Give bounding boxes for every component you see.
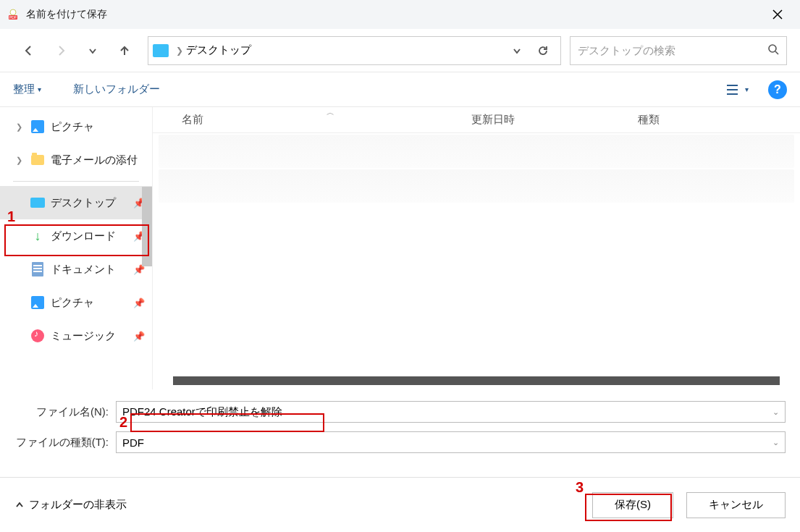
save-label: 保存(S) — [615, 498, 651, 512]
filename-row: ファイル名(N): PDF24 Creatorで印刷禁止を解除 ⌄ — [14, 398, 786, 426]
file-list: ︿ 名前 更新日時 種類 — [152, 107, 800, 389]
hide-folders-label: フォルダーの非表示 — [29, 498, 127, 512]
filetype-row: ファイルの種類(T): PDF ⌄ — [14, 428, 786, 456]
sort-indicator-icon: ︿ — [327, 107, 334, 118]
download-icon: ↓ — [30, 229, 45, 243]
cancel-button[interactable]: キャンセル — [686, 492, 786, 518]
location-icon — [153, 44, 169, 57]
forward-button[interactable] — [45, 35, 77, 67]
sidebar-item-downloads[interactable]: ↓ ダウンロード 📌 — [0, 219, 152, 253]
monitor-icon — [30, 195, 45, 210]
sidebar-item-label: ピクチャ — [51, 296, 94, 310]
chevron-up-icon — [14, 500, 25, 510]
organize-menu[interactable]: 整理 ▾ — [13, 83, 41, 96]
column-name[interactable]: 名前 — [153, 113, 471, 127]
filename-label: ファイル名(N): — [14, 405, 116, 419]
save-button[interactable]: 保存(S) — [592, 492, 673, 518]
new-folder-label: 新しいフォルダー — [73, 83, 160, 96]
sidebar-scrollbar[interactable] — [142, 187, 152, 266]
dropdown-icon[interactable]: ⌄ — [772, 408, 779, 417]
search-icon[interactable] — [767, 43, 779, 58]
sidebar-item-desktop[interactable]: デスクトップ 📌 — [0, 186, 152, 219]
music-icon — [30, 329, 45, 343]
sidebar-item-email-attachments[interactable]: ❯ 電子メールの添付 — [0, 143, 152, 177]
search-input[interactable] — [578, 44, 767, 56]
up-button[interactable] — [109, 35, 140, 67]
dropdown-icon[interactable]: ⌄ — [772, 438, 779, 447]
sidebar-item-label: ピクチャ — [51, 120, 94, 134]
titlebar: PDF 名前を付けて保存 — [0, 0, 800, 29]
view-menu[interactable]: ▾ — [725, 77, 749, 102]
file-row-blurred — [159, 135, 794, 168]
organize-label: 整理 — [13, 83, 35, 96]
sidebar-item-label: ダウンロード — [51, 229, 116, 243]
sidebar-item-pictures[interactable]: ❯ ピクチャ — [0, 110, 152, 143]
caret-down-icon: ▾ — [745, 85, 749, 93]
filetype-value: PDF — [122, 436, 144, 449]
form-area: ファイル名(N): PDF24 Creatorで印刷禁止を解除 ⌄ ファイルの種… — [0, 389, 800, 456]
breadcrumb-dropdown[interactable] — [504, 38, 530, 64]
footer: フォルダーの非表示 保存(S) キャンセル — [0, 477, 800, 532]
svg-point-3 — [769, 45, 776, 52]
chevron-right-icon: ❯ — [16, 122, 25, 132]
back-button[interactable] — [13, 35, 45, 67]
file-list-header: 名前 更新日時 種類 — [153, 107, 800, 133]
divider — [13, 181, 139, 182]
pin-icon: 📌 — [133, 297, 145, 308]
breadcrumb-location[interactable]: デスクトップ — [186, 43, 251, 57]
sidebar-item-label: ミュージック — [51, 329, 116, 343]
help-button[interactable]: ? — [768, 80, 787, 99]
filetype-field[interactable]: PDF ⌄ — [116, 431, 786, 453]
sidebar-item-documents[interactable]: ドキュメント 📌 — [0, 253, 152, 286]
horizontal-scrollbar[interactable] — [173, 376, 780, 385]
document-icon — [30, 262, 45, 276]
sidebar-item-label: ドキュメント — [51, 263, 116, 276]
close-button[interactable] — [761, 0, 794, 29]
window-title: 名前を付けて保存 — [26, 8, 107, 21]
svg-point-0 — [10, 9, 16, 15]
sidebar: ❯ ピクチャ ❯ 電子メールの添付 デスクトップ 📌 ↓ ダウンロード 📌 ドキ… — [0, 107, 152, 389]
breadcrumb[interactable]: ❯ デスクトップ — [148, 36, 561, 65]
picture-icon — [30, 119, 45, 134]
chevron-right-icon: ❯ — [176, 46, 183, 56]
cancel-label: キャンセル — [709, 498, 763, 512]
pin-icon: 📌 — [133, 331, 145, 342]
sidebar-item-label: デスクトップ — [51, 196, 116, 210]
sidebar-item-music[interactable]: ミュージック 📌 — [0, 319, 152, 352]
folder-icon — [30, 153, 45, 167]
new-folder-button[interactable]: 新しいフォルダー — [73, 83, 160, 96]
hide-folders-toggle[interactable]: フォルダーの非表示 — [14, 498, 127, 512]
file-row-blurred — [159, 169, 794, 203]
recent-dropdown[interactable] — [77, 35, 109, 67]
picture-icon — [30, 295, 45, 310]
column-type[interactable]: 種類 — [638, 113, 800, 127]
filename-value: PDF24 Creatorで印刷禁止を解除 — [122, 405, 282, 419]
column-date[interactable]: 更新日時 — [471, 113, 638, 127]
search-box[interactable] — [570, 36, 787, 65]
svg-text:PDF: PDF — [9, 15, 17, 20]
caret-down-icon: ▾ — [38, 85, 41, 93]
toolbar: 整理 ▾ 新しいフォルダー ▾ ? — [0, 72, 800, 107]
body-area: ❯ ピクチャ ❯ 電子メールの添付 デスクトップ 📌 ↓ ダウンロード 📌 ドキ… — [0, 107, 800, 389]
refresh-button[interactable] — [530, 38, 556, 64]
filetype-label: ファイルの種類(T): — [14, 436, 116, 449]
sidebar-item-label: 電子メールの添付 — [51, 153, 138, 167]
app-icon: PDF — [6, 7, 20, 22]
chevron-right-icon: ❯ — [16, 156, 25, 165]
nav-row: ❯ デスクトップ — [0, 29, 800, 72]
sidebar-item-pictures-pinned[interactable]: ピクチャ 📌 — [0, 286, 152, 319]
filename-field[interactable]: PDF24 Creatorで印刷禁止を解除 ⌄ — [116, 401, 786, 423]
